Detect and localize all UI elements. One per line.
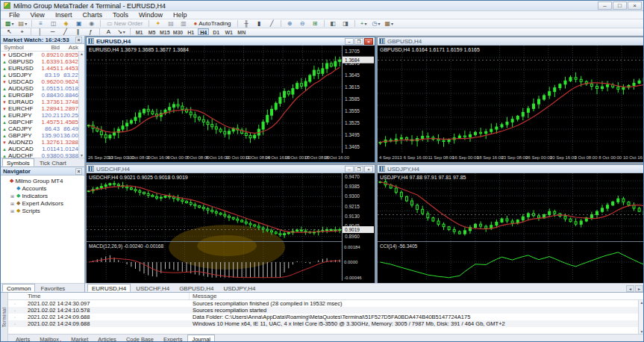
arrange-right-button[interactable]: ◨ [340,19,351,28]
fibonacci-button[interactable]: ƒ [85,28,96,36]
chart-restore-button[interactable]: ❐ [354,38,363,45]
terminal-tab-market[interactable]: Market [66,335,93,342]
terminal-button[interactable]: ▣ [73,19,84,28]
chart-plot-eurusd[interactable]: 1.37051.36751.36451.36151.35851.35551.35… [87,46,375,161]
terminal-tab-articles[interactable]: Articles [93,335,121,342]
market-watch-row[interactable]: ▲AUDUSD1.05151.0518 [1,85,84,92]
metaeditor-button[interactable]: ✦ [152,19,163,28]
arrow-objects-button[interactable]: ↘▾ [116,28,127,36]
column-ask[interactable]: Ask [60,44,84,51]
market-watch-row[interactable]: ▼AUDNZD1.32761.3288 [1,139,84,146]
window-close-button[interactable]: × [628,1,642,10]
new-chart-button[interactable]: ▩▾ [4,19,16,28]
new-chart-dropdown-icon[interactable]: ▾ [12,20,14,28]
column-symbol[interactable]: Symbol [1,44,36,51]
chart-minimize-button[interactable]: – [345,166,354,172]
journal-row[interactable]: ◦2021.02.02 14:24:10.578Sources recompil… [8,307,644,314]
terminal-side-strip[interactable]: Terminal [1,293,8,342]
menu-insert[interactable]: Insert [50,11,78,19]
text-label-button[interactable]: A [103,28,114,36]
market-watch-row[interactable]: ▼USDCHF0.89210.8925 [1,52,84,58]
market-watch-scrollbar[interactable]: ▲▼ [78,52,84,158]
expand-icon[interactable]: ⊞ [10,193,15,199]
tab-common[interactable]: Common [2,284,35,292]
profiles-button[interactable]: ▤▾ [17,19,29,28]
chart-window-eurusd[interactable]: EURUSD,H4–❐×1.37051.36751.36451.36151.35… [86,37,375,163]
chart-tab-eurusd-h4[interactable]: EURUSD,H4 [87,284,131,292]
profiles-dropdown-icon[interactable]: ▾ [25,20,27,28]
chart-close-button[interactable]: × [364,166,373,172]
scroll-down-icon[interactable]: ▼ [80,153,84,158]
navigator-item-accounts[interactable]: ◆Accounts [3,184,84,192]
chart-close-button[interactable]: × [364,38,373,45]
market-watch-row[interactable]: ▲AUDCAD1.01141.0124 [1,146,84,152]
chart-window-titlebar[interactable]: USDJPY,H4–❐× [378,165,644,173]
market-watch-row[interactable]: ▲EURJPY120.21120.25 [1,112,84,119]
arrange-left-button[interactable]: ◧ [328,19,339,28]
market-watch-close-icon[interactable]: × [75,37,82,43]
chart-plot-usdchf[interactable]: MACD(12,26,9) -0.00240 -0.001680.001840.… [87,173,375,283]
chart-window-usdchf[interactable]: USDCHF,H4–❐× MACD(12,26,9) -0.00240 -0.0… [86,164,375,283]
chart-minimize-button[interactable]: – [345,38,354,45]
menu-window[interactable]: Window [134,11,168,19]
chart-window-titlebar[interactable]: GBPUSD,H4–❐× [378,37,644,46]
journal-row[interactable]: ◦2021.02.02 14:24:09.688Data Folder: C:\… [8,314,644,320]
crosshair-button[interactable]: + [16,28,28,36]
chart-plot-gbpusd[interactable]: 4 Sep 20136 Sep 16:0011 Sep 08:0016 Sep … [378,46,644,161]
navigator-close-icon[interactable]: × [75,168,82,175]
templates-button[interactable]: ▦▾ [384,19,396,28]
arrow-objects-dropdown-icon[interactable]: ▾ [123,28,125,36]
bar-chart-button[interactable]: ╫ [241,19,252,28]
window-maximize-button[interactable]: □ [613,1,627,10]
strategy-tester-button[interactable]: ◉ [86,19,97,28]
window-minimize-button[interactable]: – [598,1,612,10]
navigator-item-indicators[interactable]: ⊞◆Indicators [3,192,84,199]
timeframe-d1-button[interactable]: D1 [210,28,222,35]
autotrading-button[interactable]: ●AutoTrading [190,19,234,28]
chart-tab-gbpusd-h4[interactable]: GBPUSD,H4 [175,284,218,292]
tab-symbols[interactable]: Symbols [2,158,34,167]
terminal-tab-experts[interactable]: Experts [159,335,187,342]
print-button[interactable]: ▤ [165,19,176,28]
navigator-button[interactable]: ◈ [60,19,72,28]
new-order-button[interactable]: ▭New Order [104,19,146,28]
vertical-line-button[interactable]: │ [34,28,46,36]
market-watch-row[interactable]: ▲USDJPY83.1983.22 [1,72,84,78]
chart-canvas-usdjpy[interactable]: CCI(14) -56.340526 Sep 201327 Sep 20:001… [378,173,644,283]
market-watch-row[interactable]: ▲GBPCHF1.45751.4585 [1,119,84,125]
timeframe-m30-button[interactable]: M30 [172,28,184,35]
tab-scroll-right-icon[interactable]: ▸ [635,285,643,292]
market-watch-row[interactable]: ▲GBPUSD1.63391.6342 [1,58,84,65]
data-window-button[interactable]: ◫ [48,19,59,28]
menu-help[interactable]: Help [168,11,193,19]
column-message[interactable]: Message [190,293,644,299]
indicators-button[interactable]: +▾ [358,19,369,28]
chart-restore-button[interactable]: ❐ [354,166,363,172]
tab-scroll-left-icon[interactable]: ◂ [626,285,634,292]
market-watch-button[interactable]: ≡ [35,19,46,28]
line-chart-button[interactable]: ╱ [266,19,278,28]
column-bid[interactable]: Bid [36,44,60,51]
periods-button[interactable]: ◷▾ [371,19,382,28]
chart-window-gbpusd[interactable]: GBPUSD,H4–❐×4 Sep 20136 Sep 16:0011 Sep … [377,37,644,163]
market-watch-row[interactable]: ▲AUDCHF0.93800.9388 [1,152,84,158]
expand-icon[interactable]: ⊞ [10,201,15,206]
tab-favorites[interactable]: Favorites [36,284,69,292]
market-watch-row[interactable]: ▼USDCAD0.96200.9624 [1,78,84,85]
market-watch-row[interactable]: ▲CADJPY86.4386.49 [1,125,84,132]
scroll-down-icon[interactable]: ▼ [640,329,644,334]
horizontal-line-button[interactable]: ─ [47,28,58,36]
journal-row[interactable]: ◦2021.02.02 14:24:30.097Sources recompil… [8,300,644,307]
templates-dropdown-icon[interactable]: ▾ [391,20,393,28]
equidistant-channel-button[interactable]: ∥ [72,28,84,36]
scroll-up-icon[interactable]: ▲ [640,300,644,305]
market-watch-row[interactable]: ▲EURGBP0.88430.8846 [1,92,84,99]
chart-canvas-usdchf[interactable]: MACD(12,26,9) -0.00240 -0.001680.001840.… [87,173,375,283]
trendline-button[interactable]: ╱ [60,28,71,36]
chart-canvas-eurusd[interactable]: 1.37051.36751.36451.36151.35851.35551.35… [87,46,375,162]
chart-plot-usdjpy[interactable]: CCI(14) -56.340526 Sep 201327 Sep 20:001… [378,173,644,283]
navigator-item-expert-advisors[interactable]: ⊞◆Expert Advisors [3,199,84,207]
menu-charts[interactable]: Charts [77,11,107,19]
scroll-up-icon[interactable]: ▲ [80,52,84,56]
periods-dropdown-icon[interactable]: ▾ [378,20,381,28]
